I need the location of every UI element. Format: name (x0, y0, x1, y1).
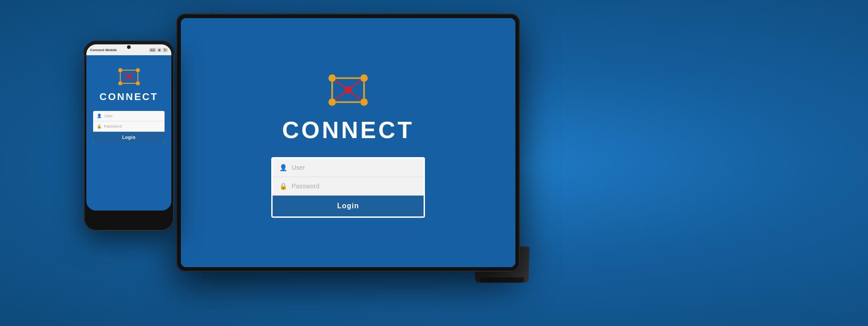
svg-point-0 (118, 68, 122, 72)
tablet-login-button[interactable]: Login (273, 196, 424, 216)
svg-line-25 (351, 92, 361, 99)
tablet-user-icon: 👤 (279, 164, 287, 171)
tablet-user-field[interactable]: 👤 User (273, 158, 424, 177)
phone-refresh-icon: ↻ (163, 48, 168, 52)
phone-logo-area: CONNECT (99, 64, 158, 103)
phone-status-icons: AD ● ↻ (149, 48, 168, 52)
phone-connect-text: CONNECT (99, 91, 158, 103)
svg-point-15 (328, 98, 335, 105)
phone-user-field[interactable]: 👤 User (93, 111, 165, 121)
svg-point-3 (136, 82, 140, 86)
tablet-user-placeholder: User (292, 164, 305, 171)
phone-login-form: 👤 User 🔒 Password Login (93, 111, 165, 143)
svg-line-24 (335, 92, 345, 99)
phone-camera (127, 45, 131, 49)
tablet-content: CONNECT 👤 User 🔒 Password Login (181, 58, 515, 227)
svg-point-13 (328, 74, 335, 82)
phone-login-button[interactable]: Login (93, 132, 165, 143)
svg-point-1 (136, 68, 140, 72)
svg-point-16 (360, 98, 368, 105)
svg-point-14 (360, 74, 368, 82)
svg-line-22 (335, 81, 345, 87)
phone-app-name: Connect Mobile (90, 48, 149, 52)
phone-password-field[interactable]: 🔒 Password (93, 121, 165, 132)
phone-device: Connect Mobile AD ● ↻ (84, 41, 174, 231)
phone-info-icon: ● (157, 48, 161, 52)
svg-line-9 (122, 72, 127, 75)
svg-line-11 (122, 78, 127, 82)
tablet-screen: CONNECT 👤 User 🔒 Password Login (181, 18, 515, 267)
tablet-logo-area: CONNECT (282, 67, 414, 144)
phone-ad-icon: AD (149, 48, 156, 52)
phone-logo-icon (114, 64, 144, 89)
svg-line-12 (130, 78, 136, 82)
tablet-logo-icon (321, 67, 375, 113)
phone-screen: Connect Mobile AD ● ↻ (86, 44, 171, 211)
phone-password-placeholder: Password (104, 124, 122, 129)
phone-lock-icon: 🔒 (97, 124, 102, 129)
svg-point-2 (118, 82, 122, 86)
svg-line-10 (130, 72, 136, 75)
tablet-lock-icon: 🔒 (279, 182, 287, 190)
tablet-password-placeholder: Password (292, 182, 319, 190)
phone-content: CONNECT 👤 User 🔒 Password Login (86, 55, 171, 211)
tablet-connect-text: CONNECT (282, 116, 414, 144)
scene: Connect Mobile AD ● ↻ (0, 0, 868, 326)
tablet-password-field[interactable]: 🔒 Password (273, 177, 424, 196)
phone-user-placeholder: User (104, 114, 113, 118)
phone-body: Connect Mobile AD ● ↻ (84, 41, 174, 231)
tablet-body: CONNECT 👤 User 🔒 Password Login (176, 14, 520, 272)
svg-line-23 (351, 81, 361, 87)
tablet-login-form: 👤 User 🔒 Password Login (271, 157, 425, 218)
tablet-device: CONNECT 👤 User 🔒 Password Login (176, 14, 520, 272)
phone-user-icon: 👤 (97, 114, 102, 118)
